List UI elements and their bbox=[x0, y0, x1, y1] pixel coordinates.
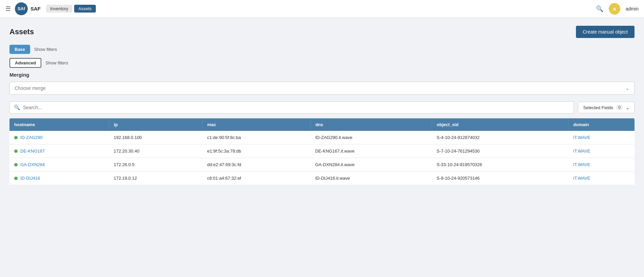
cell-ip: 172.26.0.5 bbox=[109, 158, 202, 172]
cell-dns: ID-DIJ416.it.wave bbox=[310, 172, 432, 185]
cell-object-sid: S-9-10-24-920573146 bbox=[432, 172, 568, 185]
table-body: ID-ZAG290 192.168.0.100 c1:de:90:5f:8c:b… bbox=[9, 131, 635, 185]
username-label: admin bbox=[626, 6, 639, 12]
cell-dns: ID-ZAG290.it.wave bbox=[310, 131, 432, 144]
assets-table: hostname ip mac dns object_sid domain ID… bbox=[9, 118, 635, 185]
search-icon[interactable]: 🔍 bbox=[596, 5, 603, 13]
cell-domain: IT.WAVE bbox=[568, 158, 635, 172]
status-dot bbox=[14, 177, 18, 180]
table-row[interactable]: DE-KNG167 172.20.30.40 e1:9f:5c:3a:78:db… bbox=[9, 144, 635, 158]
cell-hostname: ID-DIJ416 bbox=[9, 172, 109, 185]
selected-fields-dropdown-icon: ⌄ bbox=[626, 105, 629, 110]
search-bar-row: 🔍 Selected Fields 0 ⌄ bbox=[9, 101, 635, 114]
merging-title: Merging bbox=[9, 72, 635, 78]
selected-fields-button[interactable]: Selected Fields 0 ⌄ bbox=[578, 102, 635, 113]
logo: SAf bbox=[15, 2, 28, 15]
create-manual-object-button[interactable]: Create manual object bbox=[576, 26, 635, 38]
cell-hostname: GA-DXN284 bbox=[9, 158, 109, 172]
col-mac: mac bbox=[202, 118, 310, 131]
cell-hostname: ID-ZAG290 bbox=[9, 131, 109, 144]
cell-mac: c8:01:a4:67:32:ef bbox=[202, 172, 310, 185]
hostname-value[interactable]: GA-DXN284 bbox=[20, 162, 45, 167]
topnav: ☰ SAf SAF Inventory Assets 🔍 a admin bbox=[0, 0, 644, 18]
status-dot bbox=[14, 136, 18, 139]
merge-dropdown[interactable]: Choose merge ⌄ bbox=[9, 82, 635, 95]
col-ip: ip bbox=[109, 118, 202, 131]
cell-mac: c1:de:90:5f:8c:ba bbox=[202, 131, 310, 144]
table-header: hostname ip mac dns object_sid domain bbox=[9, 118, 635, 131]
hostname-value[interactable]: ID-ZAG290 bbox=[20, 135, 43, 140]
base-tab[interactable]: Base bbox=[9, 45, 30, 54]
cell-domain: IT.WAVE bbox=[568, 144, 635, 158]
selected-fields-count: 0 bbox=[616, 105, 623, 110]
show-filters-advanced[interactable]: Show filters bbox=[45, 60, 68, 65]
cell-ip: 172.20.30.40 bbox=[109, 144, 202, 158]
breadcrumb-assets[interactable]: Assets bbox=[74, 5, 95, 13]
cell-domain: IT.WAVE bbox=[568, 131, 635, 144]
col-dns: dns bbox=[310, 118, 432, 131]
breadcrumb: Inventory Assets bbox=[46, 5, 96, 13]
advanced-filter-row: Advanced Show filters bbox=[9, 58, 635, 68]
col-domain: domain bbox=[568, 118, 635, 131]
search-input[interactable] bbox=[23, 105, 570, 110]
page-title: Assets bbox=[9, 27, 34, 36]
advanced-tab[interactable]: Advanced bbox=[9, 58, 41, 68]
status-dot bbox=[14, 150, 18, 153]
cell-dns: DE-KNG167.it.wave bbox=[310, 144, 432, 158]
selected-fields-label: Selected Fields bbox=[583, 105, 613, 110]
cell-dns: GA-DXN284.it.wave bbox=[310, 158, 432, 172]
cell-mac: dd:e2:47:69:3c:fd bbox=[202, 158, 310, 172]
cell-object-sid: S-33-10-24-819570326 bbox=[432, 158, 568, 172]
col-object-sid: object_sid bbox=[432, 118, 568, 131]
merging-section: Merging Choose merge ⌄ bbox=[9, 72, 635, 95]
status-dot bbox=[14, 163, 18, 166]
brand-name: SAF bbox=[30, 6, 41, 12]
hostname-value[interactable]: DE-KNG167 bbox=[20, 149, 45, 154]
breadcrumb-inventory[interactable]: Inventory bbox=[46, 5, 72, 13]
menu-icon[interactable]: ☰ bbox=[5, 5, 11, 13]
cell-object-sid: S-7-10-24-761294530 bbox=[432, 144, 568, 158]
cell-domain: IT.WAVE bbox=[568, 172, 635, 185]
cell-hostname: DE-KNG167 bbox=[9, 144, 109, 158]
cell-mac: e1:9f:5c:3a:78:db bbox=[202, 144, 310, 158]
cell-ip: 192.168.0.100 bbox=[109, 131, 202, 144]
base-filter-row: Base Show filters bbox=[9, 45, 635, 54]
avatar[interactable]: a bbox=[609, 3, 620, 15]
cell-object-sid: S-4-10-24-912874032 bbox=[432, 131, 568, 144]
hostname-value[interactable]: ID-DIJ416 bbox=[20, 176, 40, 181]
table-row[interactable]: ID-DIJ416 172.19.0.12 c8:01:a4:67:32:ef … bbox=[9, 172, 635, 185]
merge-dropdown-icon: ⌄ bbox=[625, 85, 629, 91]
table-row[interactable]: GA-DXN284 172.26.0.5 dd:e2:47:69:3c:fd G… bbox=[9, 158, 635, 172]
cell-ip: 172.19.0.12 bbox=[109, 172, 202, 185]
main-content: Assets Create manual object Base Show fi… bbox=[0, 18, 644, 193]
search-input-wrap: 🔍 bbox=[9, 101, 574, 114]
show-filters-base[interactable]: Show filters bbox=[34, 47, 57, 52]
topnav-right: 🔍 a admin bbox=[596, 3, 639, 15]
col-hostname: hostname bbox=[9, 118, 109, 131]
table-row[interactable]: ID-ZAG290 192.168.0.100 c1:de:90:5f:8c:b… bbox=[9, 131, 635, 144]
search-icon-small: 🔍 bbox=[14, 104, 20, 111]
table-header-row: hostname ip mac dns object_sid domain bbox=[9, 118, 635, 131]
merge-placeholder: Choose merge bbox=[15, 85, 46, 91]
page-header: Assets Create manual object bbox=[9, 26, 635, 38]
